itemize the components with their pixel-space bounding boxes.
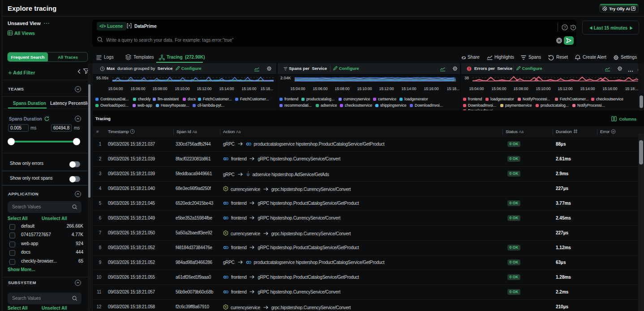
svg-text:?: ? [564,25,566,30]
